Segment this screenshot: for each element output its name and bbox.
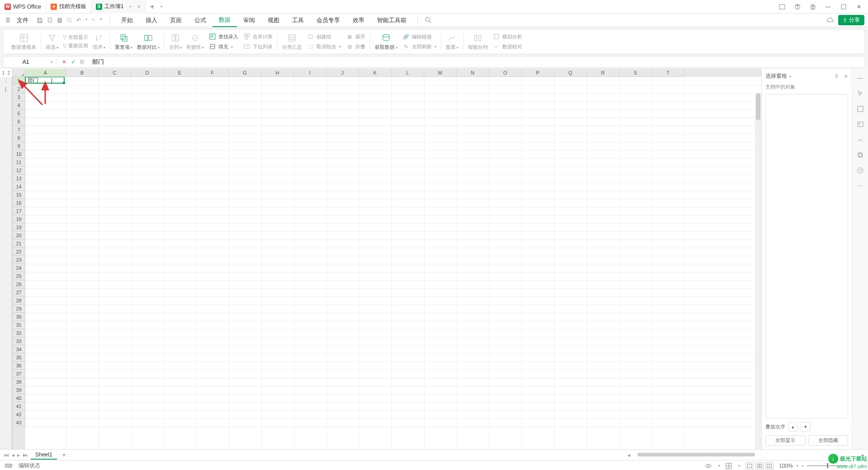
row-header[interactable]: 26 — [13, 280, 25, 288]
sheet-last-button[interactable]: ⏭ — [23, 452, 28, 458]
sheet-next-button[interactable]: ▸ — [17, 452, 20, 458]
layers-icon[interactable] — [856, 151, 864, 159]
panel-body[interactable] — [765, 94, 848, 418]
active-cell[interactable]: 部门 — [25, 77, 65, 84]
row-header[interactable]: 36 — [13, 362, 25, 370]
column-header[interactable]: G — [229, 69, 261, 77]
row-header[interactable]: 2 — [13, 85, 25, 93]
filter-button[interactable]: 筛选▾ — [46, 33, 58, 51]
row-header[interactable]: 8 — [13, 134, 25, 142]
page-layout-button[interactable] — [755, 462, 764, 470]
ribbon-tab-4[interactable]: 数据 — [212, 14, 237, 27]
ribbon-tab-3[interactable]: 公式 — [188, 14, 212, 27]
ribbon-tab-2[interactable]: 页面 — [164, 14, 188, 27]
property-icon[interactable] — [856, 105, 864, 113]
row-header[interactable]: 41 — [13, 402, 25, 410]
zoom-label[interactable]: 100% — [779, 463, 793, 469]
lookup-button[interactable]: 查找录入 — [208, 33, 238, 41]
normal-view-button[interactable] — [745, 462, 754, 470]
show-all-button[interactable]: 全部显示 — [765, 435, 806, 446]
formula-input[interactable] — [89, 59, 865, 66]
column-header[interactable]: D — [131, 69, 164, 77]
show-all-button[interactable]: ▽全部显示 — [63, 34, 88, 41]
subtotal-button[interactable]: 分类汇总 — [282, 33, 302, 51]
redo-icon[interactable]: ↷ — [91, 17, 95, 24]
print-preview-icon[interactable] — [66, 17, 73, 24]
zoom-slider[interactable] — [807, 465, 848, 466]
row-header[interactable]: 19 — [13, 223, 25, 231]
move-up-button[interactable]: ▴ — [788, 422, 798, 432]
new-tab-button[interactable]: + — [146, 3, 159, 11]
column-header[interactable]: K — [359, 69, 392, 77]
help-icon[interactable]: ? — [856, 166, 864, 174]
row-header[interactable]: 34 — [13, 345, 25, 353]
simulate-button[interactable]: 模拟分析 — [492, 33, 522, 41]
row-header[interactable]: 10 — [13, 150, 25, 158]
dropdown-list-button[interactable]: 下拉列表 — [243, 42, 273, 51]
tab-list-dropdown[interactable]: ▾ — [160, 5, 162, 9]
column-header[interactable]: S — [619, 69, 652, 77]
column-header[interactable]: C — [99, 69, 131, 77]
row-header[interactable]: 15 — [13, 191, 25, 199]
column-header[interactable]: P — [522, 69, 554, 77]
row-header[interactable]: 35 — [13, 353, 25, 362]
row-header[interactable]: 3 — [13, 93, 25, 101]
page-break-button[interactable] — [765, 462, 774, 470]
stocks-button[interactable]: 股票▾ — [446, 33, 458, 51]
name-box[interactable]: ▾ — [3, 59, 57, 65]
avatar-icon[interactable] — [809, 3, 816, 10]
row-header[interactable]: 22 — [13, 248, 25, 256]
ribbon-tab-9[interactable]: 效率 — [346, 14, 371, 27]
column-header[interactable]: A — [25, 69, 66, 77]
tab-wps-home[interactable]: W WPS Office — [0, 0, 46, 14]
pivot-table-button[interactable]: 数据透视表 — [11, 33, 36, 51]
row-header[interactable]: 42 — [13, 410, 25, 418]
row-header[interactable]: 40 — [13, 394, 25, 402]
effects-icon[interactable] — [856, 136, 864, 144]
row-header[interactable]: 17 — [13, 207, 25, 215]
row-header[interactable]: 11 — [13, 158, 25, 166]
hscroll-right[interactable]: ▸ — [862, 452, 864, 458]
sort-button[interactable]: 排序▾ — [93, 33, 105, 51]
row-header[interactable]: 23 — [13, 256, 25, 264]
redo-dropdown[interactable]: ▾ — [100, 17, 102, 24]
row-header[interactable]: 27 — [13, 288, 25, 296]
validation-button[interactable]: 有效性▾ — [186, 33, 204, 51]
get-data-button[interactable]: 获取数据▾ — [375, 33, 397, 51]
row-header[interactable]: 6 — [13, 118, 25, 126]
data-check-button[interactable]: 数据校对 — [492, 42, 522, 51]
tab-workbook[interactable]: S 工作簿1 • ✕ — [91, 0, 146, 14]
collapse-button[interactable]: ⊟折叠 — [345, 42, 365, 51]
ungroup-button[interactable]: 取消组合▾ — [307, 42, 341, 51]
column-header[interactable]: R — [587, 69, 619, 77]
vertical-scrollbar[interactable] — [755, 93, 761, 449]
pin-icon[interactable]: ⚲ — [835, 73, 839, 80]
eye-icon[interactable] — [705, 463, 712, 469]
cells-area[interactable]: 部门 — [25, 77, 761, 449]
row-header[interactable]: 20 — [13, 231, 25, 240]
edit-links-button[interactable]: 🔗编辑链接 — [402, 33, 436, 41]
ribbon-tab-5[interactable]: 审阅 — [237, 14, 261, 27]
column-header[interactable]: E — [164, 69, 196, 77]
outline-levels[interactable]: 1 2 — [0, 69, 13, 77]
row-header[interactable]: 14 — [13, 183, 25, 191]
column-header[interactable]: Q — [554, 69, 587, 77]
copy-icon[interactable] — [47, 17, 53, 24]
reapply-button[interactable]: ▽重新应用 — [63, 42, 88, 49]
sheet-prev-button[interactable]: ◂ — [12, 452, 14, 458]
share-button[interactable]: ⇪ 分享 — [838, 15, 864, 25]
row-header[interactable]: 21 — [13, 240, 25, 248]
collapse-rail-icon[interactable]: — — [856, 74, 864, 82]
ribbon-tab-1[interactable]: 插入 — [139, 14, 164, 27]
close-icon[interactable]: ✕ — [137, 4, 141, 9]
column-header[interactable]: B — [66, 69, 99, 77]
consolidate-button[interactable]: 合并计算 — [243, 33, 273, 41]
maximize-button[interactable] — [840, 3, 847, 10]
column-header[interactable]: L — [392, 69, 424, 77]
column-header[interactable]: T — [652, 69, 684, 77]
column-header[interactable]: J — [326, 69, 359, 77]
row-header[interactable]: 12 — [13, 166, 25, 174]
row-header[interactable]: 39 — [13, 386, 25, 394]
name-box-dropdown[interactable]: ▾ — [51, 60, 52, 64]
column-header[interactable]: H — [261, 69, 294, 77]
